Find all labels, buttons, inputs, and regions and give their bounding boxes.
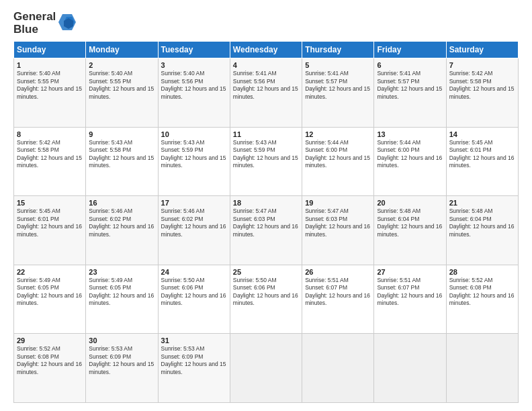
day-info: Sunrise: 5:47 AM Sunset: 6:03 PM Dayligh… [305, 208, 371, 238]
day-info: Sunrise: 5:45 AM Sunset: 6:01 PM Dayligh… [17, 208, 83, 238]
calendar-week-2: 8 Sunrise: 5:42 AM Sunset: 5:58 PM Dayli… [14, 127, 519, 196]
calendar-cell: 16 Sunrise: 5:46 AM Sunset: 6:02 PM Dayl… [86, 196, 158, 265]
day-number: 8 [17, 130, 83, 138]
calendar-cell: 19 Sunrise: 5:47 AM Sunset: 6:03 PM Dayl… [302, 196, 374, 265]
day-number: 25 [233, 268, 299, 276]
calendar-cell: 18 Sunrise: 5:47 AM Sunset: 6:03 PM Dayl… [230, 196, 302, 265]
day-number: 12 [305, 130, 371, 138]
day-info: Sunrise: 5:42 AM Sunset: 5:58 PM Dayligh… [449, 70, 515, 101]
calendar-cell: 20 Sunrise: 5:48 AM Sunset: 6:04 PM Dayl… [374, 196, 446, 265]
day-info: Sunrise: 5:45 AM Sunset: 6:01 PM Dayligh… [449, 139, 515, 170]
day-number: 31 [161, 336, 227, 345]
calendar: SundayMondayTuesdayWednesdayThursdayFrid… [13, 41, 519, 403]
calendar-cell: 30 Sunrise: 5:53 AM Sunset: 6:09 PM Dayl… [86, 334, 158, 403]
calendar-cell: 14 Sunrise: 5:45 AM Sunset: 6:01 PM Dayl… [446, 127, 518, 196]
day-info: Sunrise: 5:43 AM Sunset: 5:59 PM Dayligh… [233, 139, 299, 170]
calendar-cell: 27 Sunrise: 5:51 AM Sunset: 6:07 PM Dayl… [374, 265, 446, 334]
calendar-cell: 24 Sunrise: 5:50 AM Sunset: 6:06 PM Dayl… [158, 265, 230, 334]
day-number: 19 [305, 199, 371, 207]
day-number: 24 [161, 268, 227, 276]
day-info: Sunrise: 5:51 AM Sunset: 6:07 PM Dayligh… [305, 277, 371, 308]
day-info: Sunrise: 5:44 AM Sunset: 6:00 PM Dayligh… [305, 139, 371, 170]
day-number: 26 [305, 268, 371, 276]
calendar-cell: 29 Sunrise: 5:52 AM Sunset: 6:08 PM Dayl… [14, 334, 86, 403]
day-number: 3 [161, 61, 227, 69]
calendar-cell [230, 334, 302, 403]
day-info: Sunrise: 5:51 AM Sunset: 6:07 PM Dayligh… [377, 277, 443, 308]
day-info: Sunrise: 5:41 AM Sunset: 5:57 PM Dayligh… [305, 70, 371, 101]
calendar-cell: 21 Sunrise: 5:48 AM Sunset: 6:04 PM Dayl… [446, 196, 518, 265]
day-header-thursday: Thursday [302, 42, 374, 58]
calendar-cell: 13 Sunrise: 5:44 AM Sunset: 6:00 PM Dayl… [374, 127, 446, 196]
day-info: Sunrise: 5:41 AM Sunset: 5:57 PM Dayligh… [377, 70, 443, 101]
logo-icon [57, 11, 77, 36]
calendar-cell: 31 Sunrise: 5:53 AM Sunset: 6:09 PM Dayl… [158, 334, 230, 403]
day-number: 29 [17, 336, 83, 345]
day-info: Sunrise: 5:40 AM Sunset: 5:55 PM Dayligh… [17, 70, 83, 101]
calendar-header-row: SundayMondayTuesdayWednesdayThursdayFrid… [14, 42, 519, 58]
day-info: Sunrise: 5:43 AM Sunset: 5:58 PM Dayligh… [89, 139, 154, 170]
day-number: 13 [377, 130, 443, 138]
calendar-cell: 26 Sunrise: 5:51 AM Sunset: 6:07 PM Dayl… [302, 265, 374, 334]
day-info: Sunrise: 5:46 AM Sunset: 6:02 PM Dayligh… [161, 208, 227, 238]
day-number: 28 [449, 268, 515, 276]
day-number: 22 [17, 268, 83, 276]
day-number: 27 [377, 268, 443, 276]
day-header-wednesday: Wednesday [230, 42, 302, 58]
day-number: 11 [233, 130, 299, 138]
day-info: Sunrise: 5:53 AM Sunset: 6:09 PM Dayligh… [89, 345, 154, 376]
day-number: 1 [17, 61, 83, 69]
calendar-cell: 6 Sunrise: 5:41 AM Sunset: 5:57 PM Dayli… [374, 58, 446, 128]
calendar-cell: 10 Sunrise: 5:43 AM Sunset: 5:59 PM Dayl… [158, 127, 230, 196]
calendar-cell: 23 Sunrise: 5:49 AM Sunset: 6:05 PM Dayl… [86, 265, 158, 334]
logo-text: GeneralBlue [13, 11, 56, 36]
calendar-cell: 9 Sunrise: 5:43 AM Sunset: 5:58 PM Dayli… [86, 127, 158, 196]
day-info: Sunrise: 5:48 AM Sunset: 6:04 PM Dayligh… [377, 208, 443, 238]
calendar-cell [446, 334, 518, 403]
day-header-friday: Friday [374, 42, 446, 58]
day-number: 4 [233, 61, 299, 69]
day-info: Sunrise: 5:49 AM Sunset: 6:05 PM Dayligh… [89, 277, 154, 308]
day-header-saturday: Saturday [446, 42, 518, 58]
day-header-monday: Monday [86, 42, 158, 58]
day-info: Sunrise: 5:42 AM Sunset: 5:58 PM Dayligh… [17, 139, 83, 170]
day-info: Sunrise: 5:52 AM Sunset: 6:08 PM Dayligh… [17, 345, 83, 376]
day-number: 15 [17, 199, 83, 207]
day-info: Sunrise: 5:50 AM Sunset: 6:06 PM Dayligh… [233, 277, 299, 308]
calendar-cell: 28 Sunrise: 5:52 AM Sunset: 6:08 PM Dayl… [446, 265, 518, 334]
calendar-cell: 22 Sunrise: 5:49 AM Sunset: 6:05 PM Dayl… [14, 265, 86, 334]
day-number: 9 [89, 130, 154, 138]
calendar-cell [374, 334, 446, 403]
logo: GeneralBlue [13, 11, 77, 36]
day-info: Sunrise: 5:44 AM Sunset: 6:00 PM Dayligh… [377, 139, 443, 170]
day-number: 6 [377, 61, 443, 69]
day-info: Sunrise: 5:48 AM Sunset: 6:04 PM Dayligh… [449, 208, 515, 238]
day-number: 16 [89, 199, 154, 207]
day-number: 2 [89, 61, 154, 69]
calendar-cell: 12 Sunrise: 5:44 AM Sunset: 6:00 PM Dayl… [302, 127, 374, 196]
calendar-cell: 1 Sunrise: 5:40 AM Sunset: 5:55 PM Dayli… [14, 58, 86, 128]
day-number: 7 [449, 61, 515, 69]
calendar-cell: 7 Sunrise: 5:42 AM Sunset: 5:58 PM Dayli… [446, 58, 518, 128]
day-info: Sunrise: 5:41 AM Sunset: 5:56 PM Dayligh… [233, 70, 299, 101]
day-info: Sunrise: 5:52 AM Sunset: 6:08 PM Dayligh… [449, 277, 515, 308]
day-number: 14 [449, 130, 515, 138]
day-number: 20 [377, 199, 443, 207]
calendar-week-1: 1 Sunrise: 5:40 AM Sunset: 5:55 PM Dayli… [14, 58, 519, 128]
calendar-cell: 15 Sunrise: 5:45 AM Sunset: 6:01 PM Dayl… [14, 196, 86, 265]
day-number: 5 [305, 61, 371, 69]
calendar-cell: 17 Sunrise: 5:46 AM Sunset: 6:02 PM Dayl… [158, 196, 230, 265]
calendar-cell: 5 Sunrise: 5:41 AM Sunset: 5:57 PM Dayli… [302, 58, 374, 128]
day-number: 18 [233, 199, 299, 207]
calendar-week-4: 22 Sunrise: 5:49 AM Sunset: 6:05 PM Dayl… [14, 265, 519, 334]
calendar-cell: 4 Sunrise: 5:41 AM Sunset: 5:56 PM Dayli… [230, 58, 302, 128]
calendar-cell: 8 Sunrise: 5:42 AM Sunset: 5:58 PM Dayli… [14, 127, 86, 196]
day-number: 23 [89, 268, 154, 276]
day-info: Sunrise: 5:46 AM Sunset: 6:02 PM Dayligh… [89, 208, 154, 238]
day-info: Sunrise: 5:40 AM Sunset: 5:55 PM Dayligh… [89, 70, 154, 101]
day-info: Sunrise: 5:50 AM Sunset: 6:06 PM Dayligh… [161, 277, 227, 308]
calendar-cell: 2 Sunrise: 5:40 AM Sunset: 5:55 PM Dayli… [86, 58, 158, 128]
day-number: 17 [161, 199, 227, 207]
day-header-sunday: Sunday [14, 42, 86, 58]
calendar-cell: 25 Sunrise: 5:50 AM Sunset: 6:06 PM Dayl… [230, 265, 302, 334]
